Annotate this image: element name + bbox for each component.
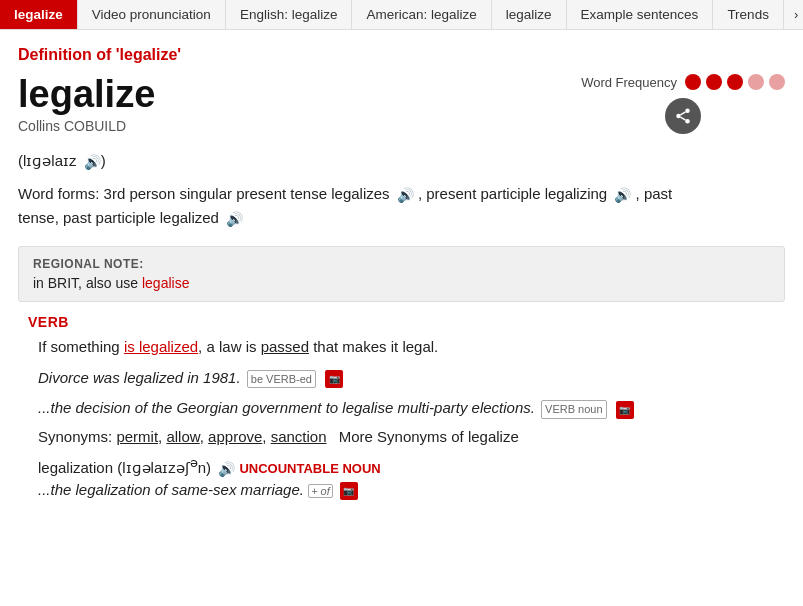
example1-tag: be VERB-ed [247, 370, 316, 389]
syn-allow[interactable]: allow [166, 428, 199, 445]
svg-line-3 [681, 117, 686, 120]
legalise-link[interactable]: legalise [142, 275, 189, 291]
source-name: Collins [18, 118, 60, 134]
word-forms-3rd: 3rd person singular present tense [104, 185, 332, 202]
freq-dot-5 [769, 74, 785, 90]
audio-icon-main[interactable]: 🔊 [84, 154, 101, 170]
regional-note: REGIONAL NOTE: in BRIT, also use legalis… [18, 246, 785, 302]
tab-trends[interactable]: Trends [713, 0, 784, 29]
share-button[interactable] [665, 98, 701, 134]
word-frequency-block: Word Frequency [581, 74, 785, 134]
word-title-block: legalize Collins COBUILD [18, 74, 155, 134]
nav-tabs: legalize Video pronunciation English: le… [0, 0, 803, 30]
example1-text: Divorce was legalized in 1981. [38, 369, 241, 386]
svg-line-4 [681, 112, 686, 115]
synonyms-label: Synonyms: [38, 428, 112, 445]
definition-heading: Definition of 'legalize' [18, 46, 785, 64]
frequency-dots [685, 74, 785, 90]
main-content: Definition of 'legalize' legalize Collin… [0, 30, 803, 516]
passed-underline: passed [261, 338, 309, 355]
word-title: legalize [18, 74, 155, 116]
word-title-row: legalize Collins COBUILD Word Frequency [18, 74, 785, 134]
svg-point-1 [676, 114, 681, 119]
regional-note-body: in BRIT, also use [33, 275, 138, 291]
noun-form-row: legalization (lɪɡəlaɪzəʃən) 🔊 UNCOUNTABL… [38, 455, 785, 477]
audio-legalizing[interactable]: 🔊 [614, 184, 631, 206]
audio-legalization[interactable]: 🔊 [218, 461, 235, 477]
audio-legalized[interactable]: 🔊 [226, 208, 243, 230]
audio-legalizes[interactable]: 🔊 [397, 184, 414, 206]
example1-icon[interactable]: 📷 [325, 370, 343, 388]
pos-label: VERB [28, 314, 785, 330]
tab-legalize-2[interactable]: legalize [492, 0, 567, 29]
noun-example-tag: + of [308, 484, 333, 498]
noun-sup: ə [190, 456, 198, 470]
phonetic-text: (lɪɡəlaɪz [18, 152, 77, 169]
noun-form-word: legalization [38, 459, 113, 476]
syn-sanction[interactable]: sanction [271, 428, 327, 445]
example1-block: Divorce was legalized in 1981. be VERB-e… [38, 367, 785, 390]
example2-text: ...the decision of the Georgian governme… [38, 399, 535, 416]
tab-american-legalize[interactable]: American: legalize [352, 0, 491, 29]
example2-block: ...the decision of the Georgian governme… [38, 397, 785, 420]
tab-example-sentences[interactable]: Example sentences [567, 0, 714, 29]
word-forms: Word forms: 3rd person singular present … [18, 182, 785, 230]
definition-block: If something is legalized, a law is pass… [38, 336, 785, 500]
source-sub: COBUILD [64, 118, 126, 134]
tab-video-pronunciation[interactable]: Video pronunciation [78, 0, 226, 29]
noun-example-row: ...the legalization of same-sex marriage… [38, 481, 785, 500]
freq-dot-3 [727, 74, 743, 90]
legalized-word: legalized [160, 209, 219, 226]
legalizes-word: legalizes [331, 185, 389, 202]
tab-legalize-active[interactable]: legalize [0, 0, 78, 29]
frequency-label: Word Frequency [581, 75, 677, 90]
is-legalized-highlight: is legalized [124, 338, 198, 355]
more-synonyms-link[interactable]: More Synonyms of legalize [339, 428, 519, 445]
share-icon [674, 107, 692, 125]
word-forms-present: , present participle [418, 185, 545, 202]
synonyms-row: Synonyms: permit, allow, approve, sancti… [38, 428, 785, 445]
example2-icon[interactable]: 📷 [616, 401, 634, 419]
tab-more[interactable]: › [784, 0, 803, 29]
phonetic-row: (lɪɡəlaɪz 🔊) [18, 152, 785, 170]
word-forms-label: Word forms: [18, 185, 99, 202]
noun-example-text: ...the legalization of same-sex marriage… [38, 481, 304, 498]
svg-point-2 [685, 119, 690, 124]
syn-approve[interactable]: approve [208, 428, 262, 445]
freq-dot-4 [748, 74, 764, 90]
example2-tag: VERB noun [541, 400, 606, 419]
uncountable-tag: UNCOUNTABLE NOUN [239, 461, 380, 476]
noun-example-icon[interactable]: 📷 [340, 482, 358, 500]
freq-dot-2 [706, 74, 722, 90]
syn-permit[interactable]: permit [116, 428, 158, 445]
regional-note-title: REGIONAL NOTE: [33, 257, 770, 271]
freq-dot-1 [685, 74, 701, 90]
legalizing-word: legalizing [545, 185, 608, 202]
def-sentence: If something is legalized, a law is pass… [38, 336, 785, 359]
word-source: Collins COBUILD [18, 118, 155, 134]
tab-english-legalize[interactable]: English: legalize [226, 0, 353, 29]
noun-phonetic: (lɪɡəlaɪzəʃ [117, 459, 190, 476]
regional-note-text: in BRIT, also use legalise [33, 275, 770, 291]
svg-point-0 [685, 109, 690, 114]
